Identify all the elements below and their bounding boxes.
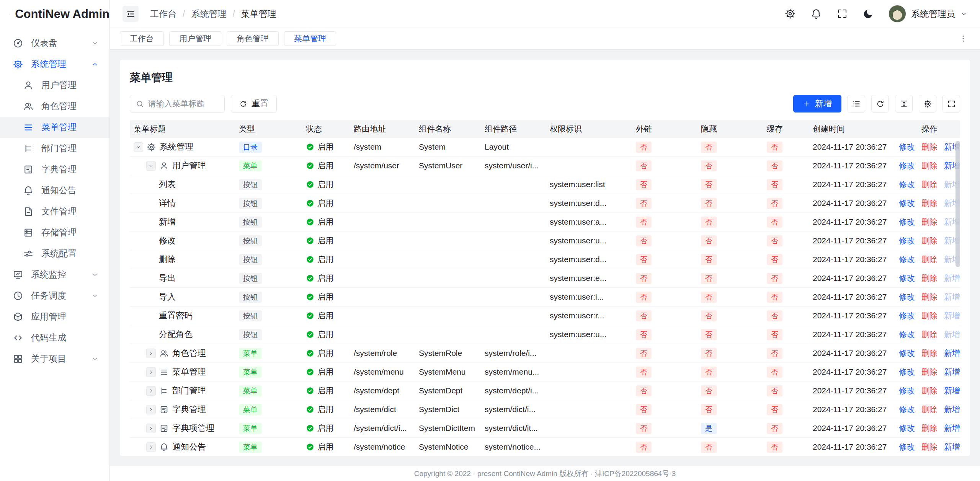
expand-toggle[interactable] (134, 142, 143, 152)
sidebar-item-label: 通知公告 (41, 184, 99, 196)
expand-toggle[interactable] (146, 442, 156, 452)
component-path: system/dept/i... (485, 386, 539, 395)
cache-badge: 否 (767, 160, 782, 171)
edit-link[interactable]: 修改 (899, 423, 915, 434)
breadcrumb-separator: / (232, 9, 235, 19)
edit-link[interactable]: 修改 (899, 142, 915, 152)
expand-toggle[interactable] (146, 386, 156, 396)
expand-toggle[interactable] (146, 349, 156, 358)
sidebar-item-icon (23, 101, 34, 112)
sidebar-collapse-button[interactable] (122, 6, 139, 22)
delete-link[interactable]: 删除 (921, 273, 938, 284)
sidebar-item[interactable]: 系统管理 (0, 54, 109, 75)
brand[interactable]: ContiNew Admin (0, 0, 109, 28)
tab[interactable]: 角色管理 (227, 31, 279, 46)
add-link[interactable]: 新增 (944, 385, 960, 396)
sidebar-item[interactable]: 代码生成 (0, 327, 109, 348)
delete-link[interactable]: 删除 (921, 367, 938, 377)
breadcrumb-item[interactable]: 菜单管理 (241, 8, 276, 20)
delete-link[interactable]: 删除 (921, 217, 938, 227)
dark-mode-icon[interactable] (862, 8, 874, 20)
edit-link[interactable]: 修改 (899, 254, 915, 265)
fullscreen-icon[interactable] (836, 8, 848, 20)
delete-link[interactable]: 删除 (921, 254, 938, 265)
delete-link[interactable]: 删除 (921, 385, 938, 396)
edit-link[interactable]: 修改 (899, 404, 915, 415)
expand-toggle[interactable] (146, 405, 156, 414)
menu-item-icon (159, 367, 169, 377)
sidebar-item[interactable]: 系统配置 (0, 243, 109, 264)
expand-toggle[interactable] (146, 161, 156, 171)
search-input[interactable] (148, 99, 219, 108)
component-name: SystemMenu (419, 367, 466, 377)
delete-link[interactable]: 删除 (921, 329, 938, 340)
sidebar-item[interactable]: 应用管理 (0, 306, 109, 327)
sidebar-item[interactable]: 通知公告 (0, 180, 109, 201)
view-list-button[interactable] (848, 95, 865, 113)
sidebar-item[interactable]: 系统监控 (0, 264, 109, 285)
edit-link[interactable]: 修改 (899, 348, 915, 359)
edit-link[interactable]: 修改 (899, 442, 915, 452)
sidebar-item[interactable]: 仪表盘 (0, 33, 109, 54)
status-label: 启用 (317, 404, 333, 415)
delete-link[interactable]: 删除 (921, 423, 938, 434)
edit-link[interactable]: 修改 (899, 310, 915, 321)
sidebar-item[interactable]: 字典管理 (0, 159, 109, 180)
edit-link[interactable]: 修改 (899, 329, 915, 340)
edit-link[interactable]: 修改 (899, 273, 915, 284)
expand-toggle[interactable] (146, 367, 156, 377)
edit-link[interactable]: 修改 (899, 179, 915, 190)
expand-toggle[interactable] (146, 424, 156, 433)
sidebar-item[interactable]: 用户管理 (0, 75, 109, 96)
add-link[interactable]: 新增 (944, 367, 960, 377)
delete-link[interactable]: 删除 (921, 235, 938, 246)
sidebar-item[interactable]: 任务调度 (0, 285, 109, 306)
sidebar-item[interactable]: 部门管理 (0, 138, 109, 159)
vertical-scrollbar[interactable] (956, 141, 960, 267)
delete-link[interactable]: 删除 (921, 160, 938, 171)
add-link[interactable]: 新增 (944, 348, 960, 359)
add-button[interactable]: 新增 (793, 95, 841, 113)
sidebar-item[interactable]: 文件管理 (0, 201, 109, 222)
sidebar-menu: 仪表盘 系统管理 用户管理 角色管理 菜单管理 部门管理 字典管理 通知公告 文… (0, 28, 109, 369)
edit-link[interactable]: 修改 (899, 367, 915, 377)
edit-link[interactable]: 修改 (899, 198, 915, 209)
tab-more-button[interactable] (956, 32, 970, 46)
refresh-table-button[interactable] (871, 95, 889, 113)
edit-link[interactable]: 修改 (899, 160, 915, 171)
sidebar-item-icon (13, 311, 23, 322)
delete-link[interactable]: 删除 (921, 292, 938, 302)
column-settings-button[interactable] (919, 95, 936, 113)
delete-link[interactable]: 删除 (921, 310, 938, 321)
row-height-button[interactable] (895, 95, 913, 113)
settings-icon[interactable] (784, 8, 796, 20)
breadcrumb-item[interactable]: 工作台 (150, 8, 176, 20)
edit-link[interactable]: 修改 (899, 217, 915, 227)
add-link[interactable]: 新增 (944, 404, 960, 415)
sidebar-item[interactable]: 角色管理 (0, 96, 109, 117)
sidebar-item[interactable]: 关于项目 (0, 348, 109, 369)
notifications-icon[interactable] (810, 8, 822, 20)
sidebar-item[interactable]: 存储管理 (0, 222, 109, 243)
tab[interactable]: 工作台 (120, 31, 164, 46)
delete-link[interactable]: 删除 (921, 442, 938, 452)
breadcrumb-item[interactable]: 系统管理 (191, 8, 226, 20)
edit-link[interactable]: 修改 (899, 292, 915, 302)
table-fullscreen-button[interactable] (942, 95, 960, 113)
sidebar-item[interactable]: 菜单管理 (0, 117, 109, 138)
tab[interactable]: 菜单管理 (284, 31, 336, 46)
add-link[interactable]: 新增 (944, 423, 960, 434)
delete-link[interactable]: 删除 (921, 179, 938, 190)
delete-link[interactable]: 删除 (921, 142, 938, 152)
delete-link[interactable]: 删除 (921, 198, 938, 209)
edit-link[interactable]: 修改 (899, 385, 915, 396)
reset-button[interactable]: 重置 (231, 95, 277, 113)
delete-link[interactable]: 删除 (921, 404, 938, 415)
delete-link[interactable]: 删除 (921, 348, 938, 359)
tab[interactable]: 用户管理 (169, 31, 221, 46)
user-menu[interactable]: 系统管理员 (889, 5, 967, 23)
add-link[interactable]: 新增 (944, 442, 960, 452)
column-header: 菜单标题 (130, 124, 235, 134)
add-link: 新增 (944, 273, 960, 284)
edit-link[interactable]: 修改 (899, 235, 915, 246)
